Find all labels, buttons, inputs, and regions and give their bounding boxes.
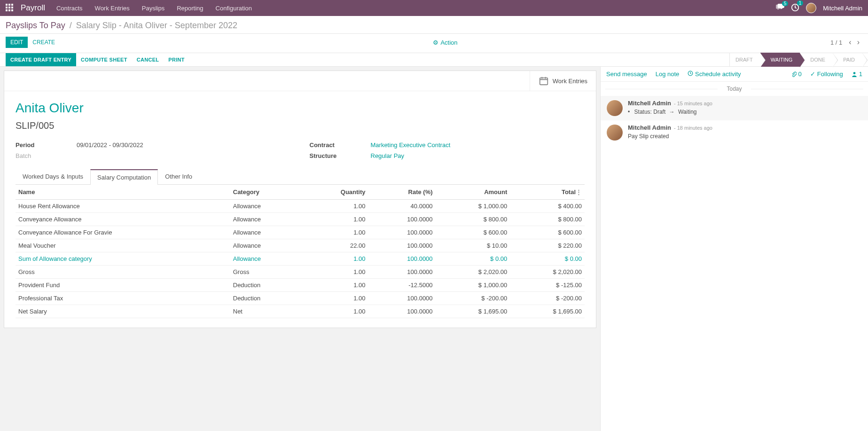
svg-rect-1 xyxy=(540,78,548,85)
nav-payslips[interactable]: Payslips xyxy=(142,5,164,12)
cell-total: $ 0.00 xyxy=(510,252,585,266)
table-row[interactable]: Sum of Allowance categoryAllowance1.0010… xyxy=(16,252,585,266)
calendar-icon xyxy=(539,76,549,86)
col-quantity: Quantity xyxy=(303,185,368,200)
cell-total: $ 2,020.00 xyxy=(510,266,585,279)
cell-name: Sum of Allowance category xyxy=(16,252,230,266)
following-button[interactable]: ✓ Following xyxy=(810,71,843,78)
status-bar: CREATE DRAFT ENTRY COMPUTE SHEET CANCEL … xyxy=(0,53,868,67)
messages-badge: 5 xyxy=(782,1,789,6)
attachments-count[interactable]: 0 xyxy=(791,71,802,78)
chat-message: Mitchell Admin - 15 minutes ago • Status… xyxy=(601,96,868,120)
contract-label: Contract xyxy=(310,141,366,149)
cell-amount: $ 2,020.00 xyxy=(436,266,510,279)
col-total: Total⋮ xyxy=(510,185,585,200)
create-button[interactable]: CREATE xyxy=(28,37,60,48)
pager-prev-icon[interactable]: ‹ xyxy=(846,38,854,47)
table-row[interactable]: GrossGross1.00100.0000$ 2,020.00$ 2,020.… xyxy=(16,266,585,279)
cell-category: Net xyxy=(230,305,303,318)
pager-next-icon[interactable]: › xyxy=(854,38,862,47)
cell-name: Meal Voucher xyxy=(16,239,230,252)
cell-rate: -12.5000 xyxy=(368,279,436,292)
log-note-button[interactable]: Log note xyxy=(656,71,680,78)
pager: 1 / 1 xyxy=(830,39,842,46)
action-dropdown[interactable]: ⚙ Action xyxy=(433,39,458,46)
table-row[interactable]: Conveyance AllowanceAllowance1.00100.000… xyxy=(16,213,585,226)
col-category: Category xyxy=(230,185,303,200)
contract-value[interactable]: Marketing Executive Contract xyxy=(371,141,451,149)
cell-quantity: 22.00 xyxy=(303,239,368,252)
followers-count[interactable]: 1 xyxy=(852,71,862,78)
table-row[interactable]: House Rent AllowanceAllowance1.0040.0000… xyxy=(16,200,585,213)
message-author[interactable]: Mitchell Admin xyxy=(628,124,671,131)
cell-rate: 40.0000 xyxy=(368,200,436,213)
period-value: 09/01/2022 - 09/30/2022 xyxy=(77,141,143,149)
table-row[interactable]: Professional TaxDeduction1.00100.0000$ -… xyxy=(16,292,585,305)
cell-rate: 100.0000 xyxy=(368,305,436,318)
table-options-icon[interactable]: ⋮ xyxy=(576,188,582,196)
employee-name[interactable]: Anita Oliver xyxy=(16,101,585,116)
cell-total: $ 220.00 xyxy=(510,239,585,252)
cell-category: Allowance xyxy=(230,226,303,239)
slip-reference: SLIP/005 xyxy=(16,120,585,131)
cancel-button[interactable]: CANCEL xyxy=(132,53,164,66)
structure-label: Structure xyxy=(310,152,366,159)
table-row[interactable]: Provident FundDeduction1.00-12.5000$ 1,0… xyxy=(16,279,585,292)
print-button[interactable]: PRINT xyxy=(164,53,189,66)
table-row[interactable]: Conveyance Allowance For GravieAllowance… xyxy=(16,226,585,239)
cell-quantity: 1.00 xyxy=(303,266,368,279)
nav-contracts[interactable]: Contracts xyxy=(56,5,83,12)
cell-rate: 100.0000 xyxy=(368,266,436,279)
status-waiting[interactable]: WAITING xyxy=(760,53,800,67)
status-draft[interactable]: DRAFT xyxy=(729,53,760,67)
cell-name: House Rent Allowance xyxy=(16,200,230,213)
tab-worked-days[interactable]: Worked Days & Inputs xyxy=(16,169,90,184)
message-author[interactable]: Mitchell Admin xyxy=(628,100,671,107)
form-sheet: Work Entries Anita Oliver SLIP/005 Perio… xyxy=(4,71,596,328)
activities-icon[interactable]: 1 xyxy=(791,3,799,13)
table-row[interactable]: Net SalaryNet1.00100.0000$ 1,695.00$ 1,6… xyxy=(16,305,585,318)
cell-amount: $ 600.00 xyxy=(436,226,510,239)
status-steps: DRAFT WAITING DONE PAID xyxy=(729,53,862,66)
compute-sheet-button[interactable]: COMPUTE SHEET xyxy=(76,53,132,66)
schedule-activity-button[interactable]: Schedule activity xyxy=(688,71,741,78)
cell-category: Deduction xyxy=(230,292,303,305)
message-body: Pay Slip created xyxy=(628,133,862,140)
breadcrumb-link[interactable]: Payslips To Pay xyxy=(6,21,65,30)
send-message-button[interactable]: Send message xyxy=(606,71,647,78)
cell-category: Allowance xyxy=(230,213,303,226)
cell-name: Professional Tax xyxy=(16,292,230,305)
nav-configuration[interactable]: Configuration xyxy=(216,5,252,12)
cell-total: $ 800.00 xyxy=(510,213,585,226)
clock-icon xyxy=(688,71,693,76)
cell-name: Gross xyxy=(16,266,230,279)
control-bar: EDIT CREATE ⚙ Action 1 / 1 ‹ › xyxy=(0,34,868,53)
tab-salary-computation[interactable]: Salary Computation xyxy=(90,169,158,185)
person-icon xyxy=(852,71,857,77)
gear-icon: ⚙ xyxy=(433,39,438,46)
cell-category: Allowance xyxy=(230,252,303,266)
app-brand[interactable]: Payroll xyxy=(21,3,45,13)
create-draft-entry-button[interactable]: CREATE DRAFT ENTRY xyxy=(6,53,76,66)
nav-reporting[interactable]: Reporting xyxy=(177,5,203,12)
tabs: Worked Days & Inputs Salary Computation … xyxy=(16,169,585,185)
svg-point-3 xyxy=(853,72,855,74)
arrow-right-icon: → xyxy=(669,109,675,115)
cell-category: Deduction xyxy=(230,279,303,292)
user-avatar[interactable] xyxy=(806,3,816,13)
tab-other-info[interactable]: Other Info xyxy=(158,169,199,184)
work-entries-smartbutton[interactable]: Work Entries xyxy=(530,71,596,91)
username[interactable]: Mitchell Admin xyxy=(823,5,862,12)
pager-total: 1 xyxy=(839,39,842,46)
cell-rate: 100.0000 xyxy=(368,239,436,252)
table-row[interactable]: Meal VoucherAllowance22.00100.0000$ 10.0… xyxy=(16,239,585,252)
cell-total: $ 1,695.00 xyxy=(510,305,585,318)
cell-quantity: 1.00 xyxy=(303,279,368,292)
messages-icon[interactable]: 5 xyxy=(776,4,784,13)
structure-value[interactable]: Regular Pay xyxy=(371,152,405,159)
apps-icon[interactable] xyxy=(6,4,14,12)
cell-category: Gross xyxy=(230,266,303,279)
cell-amount: $ 0.00 xyxy=(436,252,510,266)
nav-work-entries[interactable]: Work Entries xyxy=(95,5,130,12)
edit-button[interactable]: EDIT xyxy=(6,37,28,48)
